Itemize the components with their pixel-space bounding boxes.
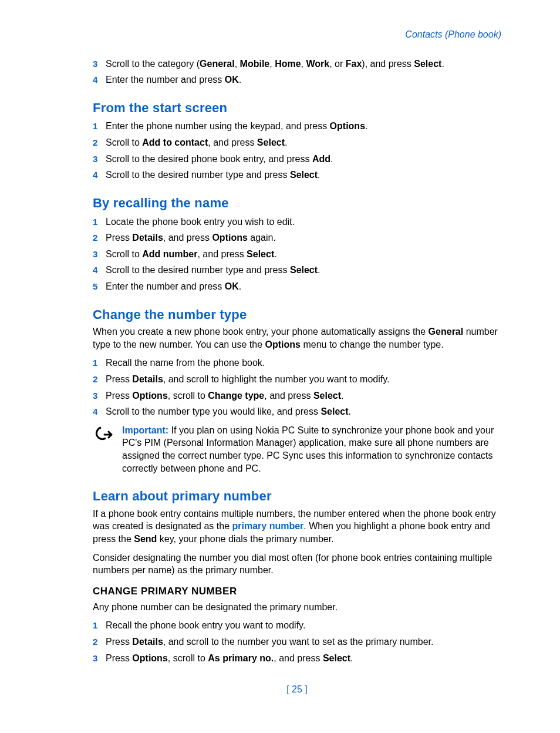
list-item: 3Scroll to the desired phone book entry,… — [93, 153, 501, 166]
step-text: Press Options, scroll to Change type, an… — [106, 389, 501, 402]
list-item: 3Scroll to the category (General, Mobile… — [93, 58, 501, 70]
important-text: If you plan on using Nokia PC Suite to s… — [122, 425, 494, 473]
step-text: Scroll to the desired number type and pr… — [106, 169, 501, 181]
list-item: 2Scroll to Add to contact, and press Sel… — [93, 136, 501, 149]
step-number: 2 — [93, 137, 106, 149]
step-number: 2 — [93, 232, 106, 244]
list-item: 1Enter the phone number using the keypad… — [93, 120, 501, 133]
list-item: 1Recall the phone book entry you want to… — [93, 619, 501, 632]
heading-primary: Learn about primary number — [93, 487, 501, 505]
step-text: Scroll to the category (General, Mobile,… — [106, 58, 501, 70]
step-number: 4 — [93, 264, 106, 276]
change-type-intro: When you create a new phone book entry, … — [93, 325, 501, 351]
step-number: 4 — [93, 169, 106, 181]
step-number: 1 — [93, 120, 106, 132]
step-number: 2 — [93, 636, 106, 648]
heading-from-start: From the start screen — [93, 99, 501, 117]
step-text: Scroll to the number type you would like… — [106, 405, 501, 418]
step-text: Enter the phone number using the keypad,… — [106, 120, 501, 133]
important-label: Important: — [122, 425, 168, 435]
change-primary-intro: Any phone number can be designated the p… — [93, 601, 501, 614]
recall-steps: 1Locate the phone book entry you wish to… — [93, 216, 501, 293]
primary-para1: If a phone book entry contains multiple … — [93, 507, 501, 546]
step-number: 1 — [93, 216, 106, 228]
list-item: 1Locate the phone book entry you wish to… — [93, 216, 501, 228]
breadcrumb: Contacts (Phone book) — [93, 28, 501, 41]
step-text: Scroll to Add to contact, and press Sele… — [106, 136, 501, 149]
list-item: 3Scroll to Add number, and press Select. — [93, 248, 501, 261]
list-item: 2Press Details, and scroll to the number… — [93, 636, 501, 648]
list-item: 4Scroll to the number type you would lik… — [93, 405, 501, 418]
list-item: 4Scroll to the desired number type and p… — [93, 169, 501, 181]
important-icon — [93, 424, 122, 446]
list-item: 5Enter the number and press OK. — [93, 280, 501, 293]
step-number: 3 — [93, 153, 106, 165]
step-text: Press Details, and scroll to the number … — [106, 636, 501, 648]
step-text: Scroll to the desired number type and pr… — [106, 264, 501, 277]
step-text: Enter the number and press OK. — [106, 280, 501, 293]
list-item: 4Enter the number and press OK. — [93, 73, 501, 86]
step-text: Scroll to Add number, and press Select. — [106, 248, 501, 261]
step-number: 3 — [93, 390, 106, 402]
step-number: 1 — [93, 357, 106, 369]
change-primary-steps: 1Recall the phone book entry you want to… — [93, 619, 501, 664]
step-text: Locate the phone book entry you wish to … — [106, 216, 501, 228]
step-text: Press Details, and scroll to highlight t… — [106, 373, 501, 386]
list-item: 2Press Details, and scroll to highlight … — [93, 373, 501, 386]
step-text: Enter the number and press OK. — [106, 73, 501, 86]
heading-recall: By recalling the name — [93, 194, 501, 212]
step-text: Press Options, scroll to As primary no.,… — [106, 652, 501, 665]
step-number: 1 — [93, 620, 106, 631]
step-number: 3 — [93, 248, 106, 260]
list-item: 3Press Options, scroll to Change type, a… — [93, 389, 501, 402]
page-number: [ 25 ] — [93, 683, 501, 696]
intro-steps: 3Scroll to the category (General, Mobile… — [93, 58, 501, 86]
start-steps: 1Enter the phone number using the keypad… — [93, 120, 501, 181]
step-number: 3 — [93, 653, 106, 664]
step-text: Recall the name from the phone book. — [106, 357, 501, 369]
list-item: 4Scroll to the desired number type and p… — [93, 264, 501, 277]
step-number: 3 — [93, 58, 106, 70]
heading-change-type: Change the number type — [93, 306, 501, 324]
step-number: 4 — [93, 406, 106, 418]
heading-change-primary: CHANGE PRIMARY NUMBER — [93, 585, 501, 598]
list-item: 1Recall the name from the phone book. — [93, 357, 501, 369]
step-text: Recall the phone book entry you want to … — [106, 619, 501, 632]
step-number: 5 — [93, 281, 106, 292]
primary-para2: Consider designating the number you dial… — [93, 552, 501, 577]
step-text: Scroll to the desired phone book entry, … — [106, 153, 501, 166]
important-note: Important: If you plan on using Nokia PC… — [93, 424, 501, 475]
list-item: 2Press Details, and press Options again. — [93, 231, 501, 244]
step-text: Press Details, and press Options again. — [106, 231, 501, 244]
step-number: 4 — [93, 74, 106, 86]
list-item: 3Press Options, scroll to As primary no.… — [93, 652, 501, 665]
change-type-steps: 1Recall the name from the phone book.2Pr… — [93, 357, 501, 418]
step-number: 2 — [93, 374, 106, 385]
